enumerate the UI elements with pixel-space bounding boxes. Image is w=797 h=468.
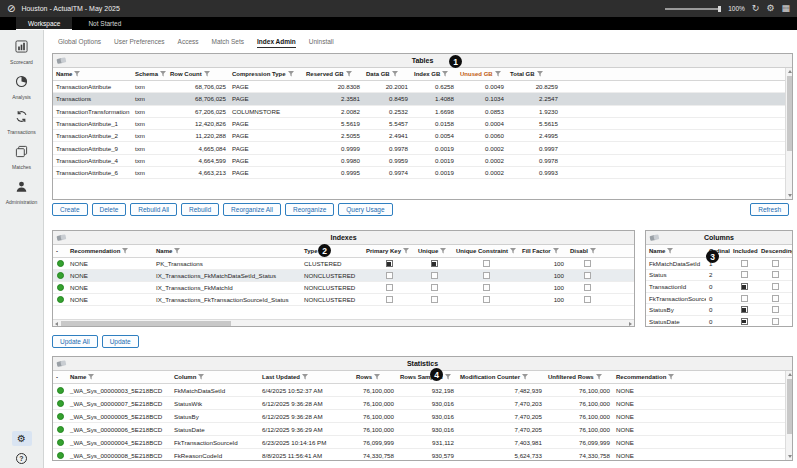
scrollbar-thumb[interactable] [787, 76, 792, 151]
filter-icon[interactable] [122, 248, 128, 254]
scroll-up-icon[interactable] [786, 68, 793, 75]
column-header-last-updated[interactable]: Last Updated [259, 371, 353, 383]
filter-icon[interactable] [667, 248, 673, 254]
column-header-type[interactable]: Type [301, 245, 363, 257]
column-header-total-gb[interactable]: Total GB [507, 68, 561, 80]
scrollbar-thumb[interactable] [61, 321, 231, 326]
filter-icon[interactable] [346, 71, 352, 77]
column-header-name[interactable]: Name [53, 68, 132, 80]
checkbox[interactable] [772, 306, 779, 313]
checkbox[interactable] [584, 272, 591, 279]
reorganize-button[interactable]: Reorganize [285, 203, 334, 216]
column-header-unique[interactable]: Unique [415, 245, 453, 257]
filter-icon[interactable] [198, 374, 204, 380]
table-row[interactable]: Transactionstxm68,706,025PAGE2.35810.845… [53, 93, 785, 105]
column-header-blank[interactable]: - [53, 371, 67, 383]
table-row[interactable]: NONEIX_Transactions_FkMatchDataSetId_Sta… [53, 270, 634, 282]
update-all-button[interactable]: Update All [52, 335, 98, 348]
tab-user-preferences[interactable]: User Preferences [114, 38, 165, 48]
scroll-right-icon[interactable] [627, 320, 634, 327]
column-header-column[interactable]: Column [171, 371, 259, 383]
column-header-descending[interactable]: Descending [758, 245, 792, 257]
vertical-scrollbar[interactable] [785, 371, 792, 460]
checkbox[interactable] [386, 296, 393, 303]
filter-icon[interactable] [403, 248, 409, 254]
delete-button[interactable]: Delete [92, 203, 127, 216]
filter-icon[interactable] [74, 71, 80, 77]
filter-icon[interactable] [590, 248, 596, 254]
tab-match-sets[interactable]: Match Sets [212, 38, 245, 48]
filter-icon[interactable] [537, 71, 543, 77]
filter-icon[interactable] [302, 374, 308, 380]
column-header-reserved-gb[interactable]: Reserved GB [303, 68, 363, 80]
filter-icon[interactable] [522, 374, 528, 380]
update-button[interactable]: Update [102, 335, 139, 348]
checkbox[interactable] [772, 271, 779, 278]
tab-access[interactable]: Access [178, 38, 199, 48]
table-row[interactable]: TransactionAttribute_1txm12,420,826PAGE5… [53, 118, 785, 130]
checkbox[interactable] [741, 283, 748, 290]
checkbox[interactable] [772, 318, 779, 325]
checkbox[interactable] [483, 260, 490, 267]
table-row[interactable]: TransactionId0 [646, 281, 792, 293]
table-row[interactable]: TransactionAttribute_6txm4,663,213PAGE0.… [53, 167, 785, 179]
sidebar-item-analysis[interactable]: Analysis [0, 74, 43, 100]
checkbox[interactable] [431, 296, 438, 303]
filter-icon[interactable] [204, 71, 210, 77]
filter-icon[interactable] [440, 248, 446, 254]
apps-icon[interactable]: ▦ [781, 4, 790, 13]
column-header-modification-counter[interactable]: Modification Counter [457, 371, 545, 383]
sidebar-item-scorecard[interactable]: Scorecard [0, 39, 43, 65]
column-header-rows[interactable]: Rows [353, 371, 397, 383]
checkbox[interactable] [584, 260, 591, 267]
checkbox[interactable] [431, 284, 438, 291]
table-row[interactable]: FkMatchDataSetId1 [646, 258, 792, 270]
tab-uninstall[interactable]: Uninstall [309, 38, 334, 48]
horizontal-scrollbar[interactable] [53, 319, 634, 326]
table-row[interactable]: NONEIX_Transactions_FkMatchIdNONCLUSTERE… [53, 282, 634, 294]
table-row[interactable]: _WA_Sys_00000005_5E218BCDStatusBy6/12/20… [53, 410, 785, 423]
checkbox[interactable] [772, 283, 779, 290]
checkbox[interactable] [584, 284, 591, 291]
scrollbar-thumb[interactable] [787, 379, 792, 434]
scroll-down-icon[interactable] [786, 192, 793, 199]
column-header-compression-type[interactable]: Compression Type [229, 68, 303, 80]
checkbox[interactable] [483, 272, 490, 279]
checkbox[interactable] [741, 318, 748, 325]
table-row[interactable]: StatusBy0 [646, 304, 792, 316]
checkbox[interactable] [584, 296, 591, 303]
column-header-row-count[interactable]: Row Count [167, 68, 229, 80]
filter-icon[interactable] [553, 248, 559, 254]
column-header-name[interactable]: Name [153, 245, 301, 257]
scroll-left-icon[interactable] [53, 320, 60, 327]
table-row[interactable]: _WA_Sys_00000004_5E218BCDFkTransactionSo… [53, 436, 785, 449]
checkbox[interactable] [483, 296, 490, 303]
table-row[interactable]: FkTransactionSourceId0 [646, 293, 792, 305]
table-row[interactable]: TransactionTransformationtxm67,206,025CO… [53, 106, 785, 118]
table-row[interactable]: TransactionAttributetxm68,706,025PAGE20.… [53, 81, 785, 93]
table-row[interactable]: TransactionAttribute_2txm11,220,288PAGE2… [53, 130, 785, 142]
column-header-name[interactable]: Name [646, 245, 706, 257]
query-usage-button[interactable]: Query Usage [338, 203, 392, 216]
checkbox[interactable] [741, 295, 748, 302]
filter-icon[interactable] [442, 71, 448, 77]
table-row[interactable]: _WA_Sys_00000008_5E218BCDFkReasonCodeId8… [53, 449, 785, 460]
scroll-down-icon[interactable] [786, 453, 793, 460]
filter-icon[interactable] [374, 374, 380, 380]
checkbox[interactable] [772, 295, 779, 302]
filter-icon[interactable] [596, 374, 602, 380]
scroll-up-icon[interactable] [786, 371, 793, 378]
vertical-scrollbar[interactable] [785, 68, 792, 199]
rebuild-all-button[interactable]: Rebuild All [130, 203, 177, 216]
checkbox[interactable] [386, 260, 393, 267]
column-header-primary-key[interactable]: Primary Key [363, 245, 415, 257]
filter-icon[interactable] [174, 248, 180, 254]
zoom-slider[interactable] [665, 8, 721, 10]
table-row[interactable]: _WA_Sys_00000006_5E218BCDStatusDate6/12/… [53, 423, 785, 436]
filter-icon[interactable] [495, 71, 501, 77]
reorganize-all-button[interactable]: Reorganize All [223, 203, 281, 216]
filter-icon[interactable] [668, 374, 674, 380]
refresh-icon[interactable]: ↻ [752, 4, 760, 13]
filter-icon[interactable] [445, 374, 451, 380]
filter-icon[interactable] [88, 374, 94, 380]
